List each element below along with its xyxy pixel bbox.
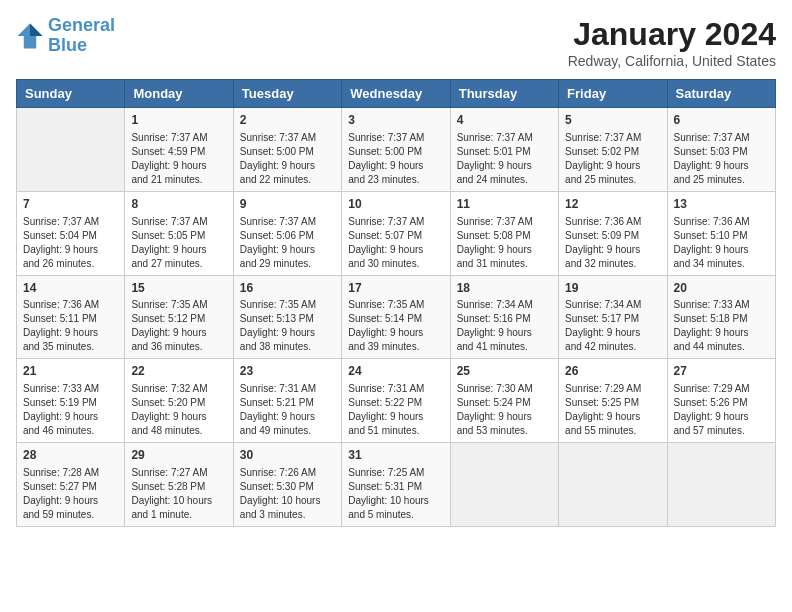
calendar-header-row: SundayMondayTuesdayWednesdayThursdayFrid…: [17, 80, 776, 108]
day-info: Sunrise: 7:37 AMSunset: 5:00 PMDaylight:…: [348, 131, 443, 187]
calendar-cell: 2Sunrise: 7:37 AMSunset: 5:00 PMDaylight…: [233, 108, 341, 192]
calendar-cell: [17, 108, 125, 192]
calendar-cell: 1Sunrise: 7:37 AMSunset: 4:59 PMDaylight…: [125, 108, 233, 192]
page-header: General Blue January 2024 Redway, Califo…: [16, 16, 776, 69]
calendar-cell: [559, 443, 667, 527]
day-number: 8: [131, 196, 226, 213]
calendar-cell: 28Sunrise: 7:28 AMSunset: 5:27 PMDayligh…: [17, 443, 125, 527]
day-number: 28: [23, 447, 118, 464]
day-info: Sunrise: 7:35 AMSunset: 5:13 PMDaylight:…: [240, 298, 335, 354]
day-info: Sunrise: 7:37 AMSunset: 5:04 PMDaylight:…: [23, 215, 118, 271]
calendar-cell: [667, 443, 775, 527]
day-number: 12: [565, 196, 660, 213]
calendar-week-5: 28Sunrise: 7:28 AMSunset: 5:27 PMDayligh…: [17, 443, 776, 527]
day-info: Sunrise: 7:37 AMSunset: 5:00 PMDaylight:…: [240, 131, 335, 187]
day-info: Sunrise: 7:26 AMSunset: 5:30 PMDaylight:…: [240, 466, 335, 522]
day-number: 31: [348, 447, 443, 464]
day-number: 3: [348, 112, 443, 129]
day-info: Sunrise: 7:28 AMSunset: 5:27 PMDaylight:…: [23, 466, 118, 522]
calendar-cell: 3Sunrise: 7:37 AMSunset: 5:00 PMDaylight…: [342, 108, 450, 192]
header-tuesday: Tuesday: [233, 80, 341, 108]
day-number: 26: [565, 363, 660, 380]
calendar-cell: 12Sunrise: 7:36 AMSunset: 5:09 PMDayligh…: [559, 191, 667, 275]
logo-icon: [16, 22, 44, 50]
calendar-cell: 20Sunrise: 7:33 AMSunset: 5:18 PMDayligh…: [667, 275, 775, 359]
day-info: Sunrise: 7:37 AMSunset: 5:07 PMDaylight:…: [348, 215, 443, 271]
calendar-cell: 29Sunrise: 7:27 AMSunset: 5:28 PMDayligh…: [125, 443, 233, 527]
calendar-week-4: 21Sunrise: 7:33 AMSunset: 5:19 PMDayligh…: [17, 359, 776, 443]
header-thursday: Thursday: [450, 80, 558, 108]
day-number: 2: [240, 112, 335, 129]
title-block: January 2024 Redway, California, United …: [568, 16, 776, 69]
day-info: Sunrise: 7:35 AMSunset: 5:14 PMDaylight:…: [348, 298, 443, 354]
day-number: 27: [674, 363, 769, 380]
day-number: 1: [131, 112, 226, 129]
day-info: Sunrise: 7:29 AMSunset: 5:25 PMDaylight:…: [565, 382, 660, 438]
calendar-cell: [450, 443, 558, 527]
day-number: 22: [131, 363, 226, 380]
day-info: Sunrise: 7:37 AMSunset: 5:05 PMDaylight:…: [131, 215, 226, 271]
header-friday: Friday: [559, 80, 667, 108]
day-info: Sunrise: 7:36 AMSunset: 5:11 PMDaylight:…: [23, 298, 118, 354]
calendar-cell: 8Sunrise: 7:37 AMSunset: 5:05 PMDaylight…: [125, 191, 233, 275]
day-number: 4: [457, 112, 552, 129]
calendar-cell: 13Sunrise: 7:36 AMSunset: 5:10 PMDayligh…: [667, 191, 775, 275]
calendar-cell: 11Sunrise: 7:37 AMSunset: 5:08 PMDayligh…: [450, 191, 558, 275]
calendar-cell: 10Sunrise: 7:37 AMSunset: 5:07 PMDayligh…: [342, 191, 450, 275]
day-number: 5: [565, 112, 660, 129]
calendar-week-1: 1Sunrise: 7:37 AMSunset: 4:59 PMDaylight…: [17, 108, 776, 192]
calendar-cell: 31Sunrise: 7:25 AMSunset: 5:31 PMDayligh…: [342, 443, 450, 527]
day-info: Sunrise: 7:27 AMSunset: 5:28 PMDaylight:…: [131, 466, 226, 522]
day-number: 14: [23, 280, 118, 297]
day-number: 7: [23, 196, 118, 213]
day-number: 30: [240, 447, 335, 464]
calendar-cell: 26Sunrise: 7:29 AMSunset: 5:25 PMDayligh…: [559, 359, 667, 443]
header-saturday: Saturday: [667, 80, 775, 108]
header-monday: Monday: [125, 80, 233, 108]
calendar-cell: 18Sunrise: 7:34 AMSunset: 5:16 PMDayligh…: [450, 275, 558, 359]
day-info: Sunrise: 7:31 AMSunset: 5:22 PMDaylight:…: [348, 382, 443, 438]
calendar-cell: 16Sunrise: 7:35 AMSunset: 5:13 PMDayligh…: [233, 275, 341, 359]
day-info: Sunrise: 7:30 AMSunset: 5:24 PMDaylight:…: [457, 382, 552, 438]
calendar-cell: 25Sunrise: 7:30 AMSunset: 5:24 PMDayligh…: [450, 359, 558, 443]
calendar-week-2: 7Sunrise: 7:37 AMSunset: 5:04 PMDaylight…: [17, 191, 776, 275]
page-title: January 2024: [568, 16, 776, 53]
page-subtitle: Redway, California, United States: [568, 53, 776, 69]
logo-text: General Blue: [48, 16, 115, 56]
day-info: Sunrise: 7:37 AMSunset: 5:03 PMDaylight:…: [674, 131, 769, 187]
day-number: 23: [240, 363, 335, 380]
logo: General Blue: [16, 16, 115, 56]
header-sunday: Sunday: [17, 80, 125, 108]
day-number: 19: [565, 280, 660, 297]
day-number: 29: [131, 447, 226, 464]
header-wednesday: Wednesday: [342, 80, 450, 108]
calendar-cell: 4Sunrise: 7:37 AMSunset: 5:01 PMDaylight…: [450, 108, 558, 192]
day-number: 16: [240, 280, 335, 297]
day-number: 18: [457, 280, 552, 297]
day-info: Sunrise: 7:25 AMSunset: 5:31 PMDaylight:…: [348, 466, 443, 522]
calendar-table: SundayMondayTuesdayWednesdayThursdayFrid…: [16, 79, 776, 527]
day-info: Sunrise: 7:33 AMSunset: 5:18 PMDaylight:…: [674, 298, 769, 354]
logo-line1: General: [48, 15, 115, 35]
calendar-week-3: 14Sunrise: 7:36 AMSunset: 5:11 PMDayligh…: [17, 275, 776, 359]
calendar-cell: 14Sunrise: 7:36 AMSunset: 5:11 PMDayligh…: [17, 275, 125, 359]
day-info: Sunrise: 7:35 AMSunset: 5:12 PMDaylight:…: [131, 298, 226, 354]
day-number: 6: [674, 112, 769, 129]
svg-marker-1: [30, 23, 42, 35]
day-info: Sunrise: 7:36 AMSunset: 5:10 PMDaylight:…: [674, 215, 769, 271]
logo-line2: Blue: [48, 35, 87, 55]
day-number: 13: [674, 196, 769, 213]
calendar-cell: 9Sunrise: 7:37 AMSunset: 5:06 PMDaylight…: [233, 191, 341, 275]
day-number: 24: [348, 363, 443, 380]
day-number: 10: [348, 196, 443, 213]
calendar-cell: 7Sunrise: 7:37 AMSunset: 5:04 PMDaylight…: [17, 191, 125, 275]
calendar-cell: 21Sunrise: 7:33 AMSunset: 5:19 PMDayligh…: [17, 359, 125, 443]
day-info: Sunrise: 7:34 AMSunset: 5:16 PMDaylight:…: [457, 298, 552, 354]
day-number: 15: [131, 280, 226, 297]
calendar-cell: 27Sunrise: 7:29 AMSunset: 5:26 PMDayligh…: [667, 359, 775, 443]
day-number: 21: [23, 363, 118, 380]
day-info: Sunrise: 7:34 AMSunset: 5:17 PMDaylight:…: [565, 298, 660, 354]
day-number: 11: [457, 196, 552, 213]
calendar-cell: 23Sunrise: 7:31 AMSunset: 5:21 PMDayligh…: [233, 359, 341, 443]
day-info: Sunrise: 7:37 AMSunset: 5:06 PMDaylight:…: [240, 215, 335, 271]
